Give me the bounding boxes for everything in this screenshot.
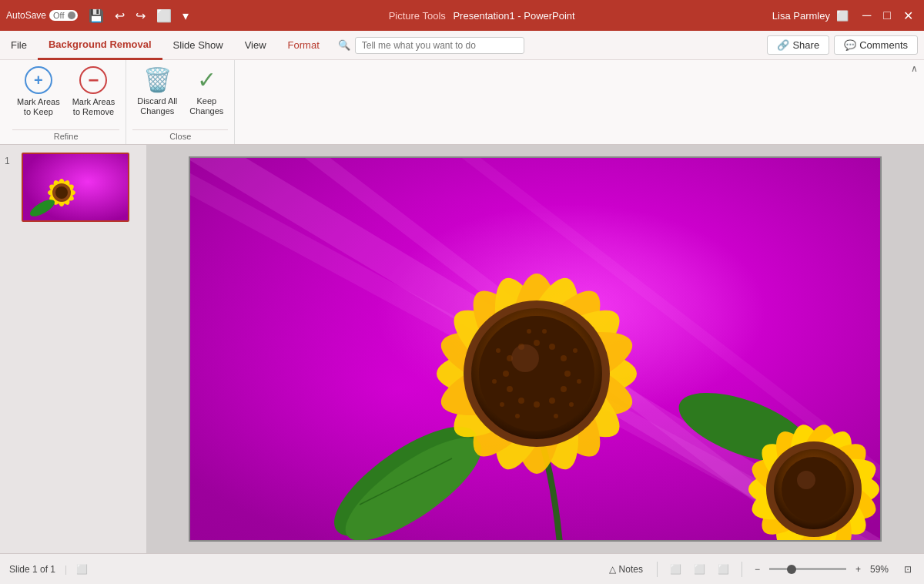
app-title: Picture Tools Presentation1 - PowerPoint	[192, 10, 772, 22]
slide-image	[190, 158, 882, 542]
svg-point-45	[534, 401, 540, 408]
minimize-button[interactable]: ─	[858, 7, 875, 24]
keep-icon: ✓	[197, 66, 216, 93]
keep-label: KeepChanges	[189, 96, 223, 116]
close-button[interactable]: ✕	[899, 7, 918, 25]
menu-view[interactable]: View	[234, 31, 277, 60]
slide-thumbnail-1[interactable]	[22, 153, 129, 222]
status-divider-1: |	[65, 564, 67, 575]
svg-point-41	[561, 386, 567, 392]
svg-point-52	[569, 402, 574, 407]
presentation-icon[interactable]: ⬜	[153, 7, 175, 25]
autosave-area: AutoSave Off	[6, 10, 78, 21]
mark-remove-label: Mark Areasto Remove	[72, 97, 116, 117]
svg-point-43	[549, 398, 555, 404]
notes-icon: △	[609, 564, 616, 575]
close-buttons: 🗑️ Discard AllChanges ✓ KeepChanges	[132, 63, 228, 126]
discard-label: Discard AllChanges	[137, 96, 177, 116]
status-right: △ Notes ⬜ ⬜ ⬜ − + 59% ⊡	[604, 562, 915, 577]
slide-frame	[189, 156, 882, 542]
ribbon: + Mark Areasto Keep − Mark Areasto Remov…	[0, 60, 924, 145]
mark-areas-keep-button[interactable]: + Mark Areasto Keep	[12, 63, 65, 120]
search-input[interactable]	[355, 37, 524, 54]
status-divider-3	[742, 562, 742, 577]
reading-view-button[interactable]: ⬜	[715, 562, 732, 576]
fit-slide-button[interactable]: ⊡	[901, 562, 915, 576]
notes-label: Notes	[619, 564, 643, 575]
window-controls: ─ □ ✕	[858, 7, 918, 25]
keep-changes-button[interactable]: ✓ KeepChanges	[185, 63, 228, 119]
save-icon[interactable]: 💾	[85, 7, 107, 25]
slide-info: Slide 1 of 1	[9, 564, 55, 575]
menu-background-removal[interactable]: Background Removal	[38, 31, 162, 60]
svg-point-55	[515, 414, 520, 418]
zoom-in-button[interactable]: +	[852, 562, 864, 576]
status-bar: Slide 1 of 1 | ⬜ △ Notes ⬜ ⬜ ⬜ − + 59% ⊡	[0, 553, 924, 584]
thumbnail-svg	[23, 154, 128, 220]
app-name: Presentation1 - PowerPoint	[453, 10, 574, 22]
user-name: Lisa Parmley	[772, 10, 830, 22]
svg-point-68	[782, 457, 846, 522]
slide-sorter-button[interactable]: ⬜	[691, 562, 708, 576]
zoom-slider[interactable]	[769, 568, 846, 570]
status-left: Slide 1 of 1 | ⬜	[9, 564, 88, 575]
svg-point-69	[797, 471, 815, 489]
menu-file[interactable]: File	[0, 31, 38, 60]
svg-point-40	[503, 371, 509, 377]
svg-point-49	[496, 348, 500, 353]
restore-button[interactable]: □	[879, 7, 896, 24]
redo-icon[interactable]: ↪	[132, 7, 149, 25]
comments-label: Comments	[859, 39, 908, 51]
svg-point-48	[573, 348, 578, 353]
svg-point-34	[534, 340, 540, 346]
refine-buttons: + Mark Areasto Keep − Mark Areasto Remov…	[12, 63, 119, 126]
slide-item-1[interactable]: 1	[5, 153, 142, 222]
zoom-level: 59%	[870, 564, 895, 575]
dropdown-icon[interactable]: ▾	[179, 7, 192, 25]
slide-number-1: 1	[5, 156, 17, 166]
autosave-state: Off	[52, 11, 65, 20]
svg-point-33	[479, 316, 594, 431]
comments-icon: 💬	[844, 39, 856, 51]
thumbnail-inner	[23, 154, 128, 220]
share-label: Share	[792, 39, 819, 51]
ribbon-collapse-button[interactable]: ∧	[911, 63, 918, 74]
menu-slide-show[interactable]: Slide Show	[162, 31, 234, 60]
svg-point-42	[507, 386, 513, 392]
svg-point-44	[518, 398, 524, 404]
title-bar: AutoSave Off 💾 ↩ ↪ ⬜ ▾ Picture Tools Pre…	[0, 0, 924, 31]
svg-point-47	[527, 329, 531, 334]
ribbon-group-close: 🗑️ Discard AllChanges ✓ KeepChanges Clos…	[126, 60, 235, 144]
svg-point-35	[549, 344, 555, 350]
toggle-dot	[68, 12, 75, 19]
svg-point-53	[500, 402, 504, 407]
zoom-out-button[interactable]: −	[752, 562, 763, 576]
titlebar-icons: 💾 ↩ ↪ ⬜ ▾	[85, 7, 192, 25]
mark-remove-icon: −	[79, 66, 107, 94]
menu-format[interactable]: Format	[277, 31, 330, 60]
mark-areas-remove-button[interactable]: − Mark Areasto Remove	[68, 63, 120, 120]
svg-point-56	[511, 344, 539, 372]
undo-icon[interactable]: ↩	[112, 7, 128, 25]
slide-canvas[interactable]	[146, 145, 924, 553]
user-icon: ⬜	[836, 10, 849, 22]
notes-button[interactable]: △ Notes	[604, 562, 648, 576]
discard-all-changes-button[interactable]: 🗑️ Discard AllChanges	[132, 63, 182, 119]
svg-point-9	[55, 186, 68, 199]
share-button[interactable]: 🔗 Share	[767, 35, 829, 55]
svg-point-54	[554, 414, 558, 418]
svg-point-39	[564, 371, 571, 377]
menu-bar: File Background Removal Slide Show View …	[0, 31, 924, 60]
autosave-label: AutoSave	[6, 10, 46, 21]
accessibility-icon[interactable]: ⬜	[76, 564, 88, 575]
status-divider-2	[657, 562, 658, 577]
refine-group-label: Refine	[12, 129, 119, 144]
autosave-toggle[interactable]: Off	[49, 10, 77, 21]
comments-button[interactable]: 💬 Comments	[834, 35, 918, 55]
close-group-label: Close	[132, 129, 228, 144]
ribbon-group-refine: + Mark Areasto Keep − Mark Areasto Remov…	[6, 60, 126, 144]
normal-view-button[interactable]: ⬜	[667, 562, 685, 576]
share-icon: 🔗	[777, 39, 789, 51]
svg-point-50	[577, 379, 581, 384]
discard-icon: 🗑️	[143, 66, 172, 93]
